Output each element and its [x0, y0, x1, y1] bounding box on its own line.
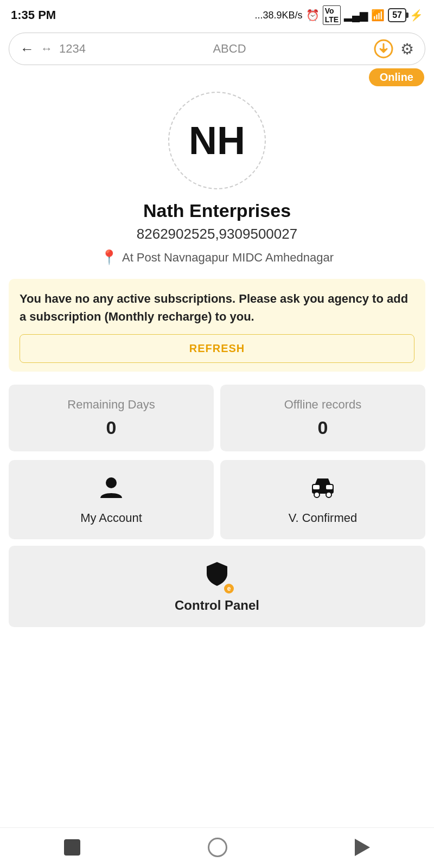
- download-icon[interactable]: [373, 39, 394, 59]
- car-icon: [310, 474, 336, 506]
- control-panel-label: Control Panel: [175, 598, 259, 613]
- svg-point-1: [106, 477, 117, 488]
- remaining-days-label: Remaining Days: [17, 398, 205, 412]
- svg-point-3: [314, 492, 320, 497]
- business-name: Nath Enterprises: [11, 200, 423, 221]
- nav-circle-button[interactable]: [208, 838, 227, 857]
- svg-point-4: [326, 492, 331, 497]
- avatar-initials: NH: [189, 118, 245, 163]
- status-bar: 1:35 PM ...38.9KB/s ⏰ VoLTE ▂▄▆ 📶 57 ⚡: [0, 0, 434, 29]
- business-info: Nath Enterprises 8262902525,9309500027 📍…: [0, 200, 434, 266]
- nav-back-icon: [355, 839, 370, 856]
- network-speed: ...38.9KB/s: [255, 10, 303, 21]
- nav-square-icon: [64, 839, 80, 856]
- control-panel-icon: e: [203, 560, 231, 592]
- offline-records-label: Offline records: [229, 398, 417, 412]
- status-icons: ...38.9KB/s ⏰ VoLTE ▂▄▆ 📶 57 ⚡: [255, 5, 423, 25]
- subscription-warning-text: You have no any active subscriptions. Pl…: [20, 290, 414, 326]
- refresh-button[interactable]: REFRESH: [20, 334, 414, 363]
- avatar-circle: NH: [168, 92, 266, 189]
- svg-rect-6: [326, 485, 333, 489]
- my-account-card[interactable]: My Account: [9, 460, 214, 539]
- shield-e-badge: e: [224, 584, 234, 593]
- signal-icon: ▂▄▆: [344, 9, 368, 22]
- location-icon: 📍: [100, 249, 118, 266]
- subscription-warning: You have no any active subscriptions. Pl…: [9, 279, 425, 372]
- address-bar: ← ↔ 1234 ABCD ⚙: [9, 33, 425, 65]
- action-grid: My Account V. Confirmed: [9, 460, 425, 539]
- svg-rect-5: [313, 485, 320, 489]
- wifi-icon: 📶: [371, 9, 385, 22]
- status-time: 1:35 PM: [11, 8, 56, 22]
- charging-icon: ⚡: [410, 9, 423, 22]
- back-button[interactable]: ←: [20, 41, 34, 58]
- account-icon: [98, 474, 124, 506]
- online-badge: Online: [369, 68, 424, 86]
- business-phone: 8262902525,9309500027: [11, 226, 423, 242]
- remaining-days-value: 0: [17, 417, 205, 438]
- offline-records-card: Offline records 0: [220, 385, 425, 451]
- settings-icon[interactable]: ⚙: [400, 40, 414, 58]
- battery-indicator: 57: [388, 8, 406, 22]
- my-account-label: My Account: [80, 511, 142, 525]
- remaining-days-card: Remaining Days 0: [9, 385, 214, 451]
- stats-grid: Remaining Days 0 Offline records 0: [9, 385, 425, 451]
- alarm-icon: ⏰: [306, 9, 320, 22]
- v-confirmed-label: V. Confirmed: [289, 511, 357, 525]
- navigation-dots[interactable]: ↔: [41, 42, 53, 56]
- v-confirmed-card[interactable]: V. Confirmed: [220, 460, 425, 539]
- lte-icon: VoLTE: [323, 5, 341, 25]
- nav-home-button[interactable]: [64, 839, 80, 856]
- tab-number: 1234: [59, 42, 86, 56]
- online-badge-container: Online: [0, 68, 434, 86]
- address-text: At Post Navnagapur MIDC Amhednagar: [122, 251, 334, 265]
- control-panel-card[interactable]: e Control Panel: [9, 546, 425, 627]
- nav-circle-icon: [208, 838, 227, 857]
- bottom-nav: [0, 827, 434, 868]
- business-address: 📍 At Post Navnagapur MIDC Amhednagar: [11, 249, 423, 266]
- address-text: ABCD: [92, 42, 367, 56]
- offline-records-value: 0: [229, 417, 417, 438]
- avatar-section: NH: [0, 92, 434, 189]
- nav-back-button[interactable]: [355, 839, 370, 856]
